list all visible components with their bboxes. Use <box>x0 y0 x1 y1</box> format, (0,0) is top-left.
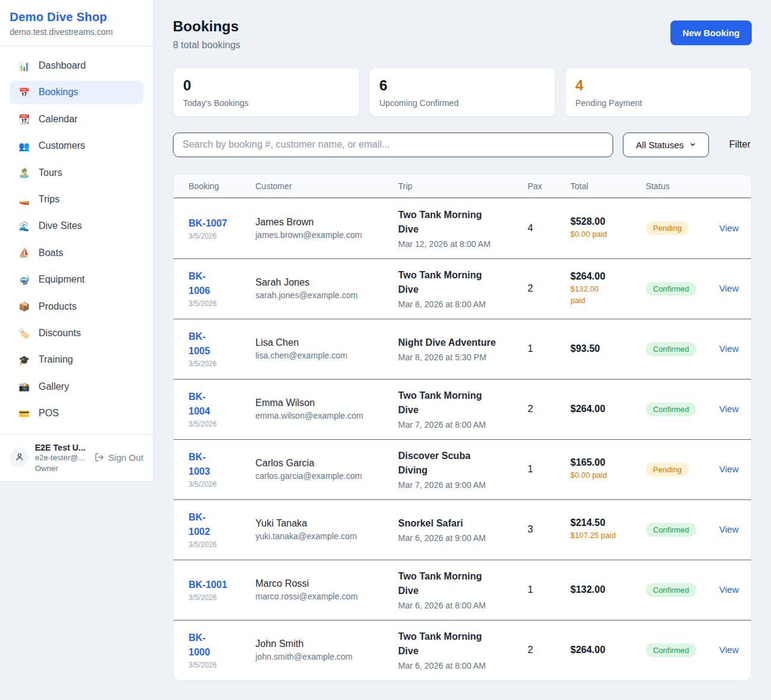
sign-out-button[interactable]: Sign Out <box>95 452 143 463</box>
search-input[interactable] <box>173 133 613 157</box>
status-cell: Pending <box>646 463 719 477</box>
user-info: E2E Test U... e2e-tester@... Owner <box>35 443 89 474</box>
actions-cell: View <box>719 464 751 475</box>
view-link[interactable]: View <box>719 645 738 655</box>
sidebar-item-label: Products <box>39 300 76 313</box>
view-link[interactable]: View <box>719 404 738 414</box>
filter-button[interactable]: Filter <box>728 139 752 150</box>
trip-name: Snorkel Safari <box>398 516 501 531</box>
amount-paid: $0.00 paid <box>570 229 646 240</box>
booking-id-link[interactable]: BK-1006 <box>189 269 210 298</box>
status-select[interactable]: All Statuses <box>623 133 709 157</box>
customer-email: lisa.chen@example.com <box>255 351 398 360</box>
new-booking-button[interactable]: New Booking <box>670 20 752 45</box>
customer-cell: James Brown james.brown@example.com <box>255 217 398 240</box>
sidebar-item-gallery[interactable]: 📸 Gallery <box>10 375 143 398</box>
trip-cell: Two Tank Morning Dive Mar 8, 2026 at 8:0… <box>398 268 528 309</box>
trip-cell: Discover Scuba Diving Mar 7, 2026 at 9:0… <box>398 449 528 490</box>
user-name: E2E Test U... <box>35 443 89 452</box>
shop-name: Demo Dive Shop <box>10 10 143 24</box>
speedboat-icon: 🚤 <box>18 193 30 206</box>
trip-cell: Two Tank Morning Dive Mar 6, 2026 at 8:0… <box>398 630 528 670</box>
sidebar-item-customers[interactable]: 👥 Customers <box>10 134 143 157</box>
booking-id-link[interactable]: BK-1005 <box>189 330 210 358</box>
total-amount: $528.00 <box>570 216 646 227</box>
column-header-total: Total <box>570 181 646 191</box>
view-link[interactable]: View <box>719 464 738 474</box>
sidebar-item-equipment[interactable]: 🤿 Equipment <box>10 268 143 291</box>
sidebar-item-discounts[interactable]: 🏷️ Discounts <box>10 322 143 345</box>
page-title: Bookings <box>173 18 240 35</box>
sidebar-item-label: Bookings <box>39 86 78 99</box>
sidebar-item-label: Calendar <box>39 113 78 126</box>
customer-email: yuki.tanaka@example.com <box>255 531 398 541</box>
customer-name: Carlos Garcia <box>255 458 398 469</box>
booking-id-link[interactable]: BK-1002 <box>189 510 210 539</box>
view-link[interactable]: View <box>719 223 738 233</box>
avatar <box>10 448 29 467</box>
actions-cell: View <box>719 524 751 535</box>
view-link[interactable]: View <box>719 584 738 595</box>
trip-time: Mar 7, 2026 at 8:00 AM <box>398 420 528 430</box>
sidebar-item-tours[interactable]: 🏝️ Tours <box>10 161 143 184</box>
booking-id-link[interactable]: BK-1001 <box>189 578 227 592</box>
booking-cell: BK-1003 3/5/2026 <box>189 450 255 489</box>
column-header-pax: Pax <box>528 181 570 191</box>
table-row: BK-1004 3/5/2026 Emma Wilson emma.wilson… <box>173 379 751 439</box>
column-header-status: Status <box>646 181 719 191</box>
sidebar-item-trips[interactable]: 🚤 Trips <box>10 188 143 211</box>
actions-cell: View <box>719 283 751 294</box>
total-amount: $165.00 <box>570 457 646 468</box>
view-link[interactable]: View <box>719 524 738 534</box>
booking-date: 3/5/2026 <box>189 593 255 602</box>
sidebar-item-label: POS <box>39 407 59 420</box>
sidebar: Demo Dive Shop demo.test.divestreams.com… <box>0 0 154 482</box>
stat-card-todays-bookings: 0 Today's Bookings <box>173 67 360 117</box>
table-row: BK-1000 3/5/2026 John Smith john.smith@e… <box>173 620 751 680</box>
sidebar-item-calendar[interactable]: 📆 Calendar <box>10 108 143 131</box>
sidebar-item-label: Dive Sites <box>39 219 82 233</box>
customer-cell: Emma Wilson emma.wilson@example.com <box>255 398 398 420</box>
booking-date: 3/5/2026 <box>189 232 255 240</box>
sidebar-item-products[interactable]: 📦 Products <box>10 295 143 318</box>
customer-email: james.brown@example.com <box>255 230 398 240</box>
pax-value: 1 <box>528 584 570 595</box>
stat-label: Today's Bookings <box>183 98 349 108</box>
calendar-icon: 📅 <box>18 86 30 99</box>
status-cell: Confirmed <box>646 402 719 416</box>
sidebar-item-pos[interactable]: 💳 POS <box>10 402 143 425</box>
page-subtitle: 8 total bookings <box>173 40 240 51</box>
status-cell: Confirmed <box>646 583 719 597</box>
trip-time: Mar 6, 2026 at 8:00 AM <box>398 601 528 610</box>
total-cell: $528.00 $0.00 paid <box>570 216 646 240</box>
bookings-table: Booking Customer Trip Pax Total Status B… <box>173 174 752 681</box>
total-cell: $264.00 <box>570 645 646 655</box>
sidebar-header: Demo Dive Shop demo.test.divestreams.com <box>0 0 153 46</box>
booking-date: 3/5/2026 <box>189 299 255 308</box>
booking-id-link[interactable]: BK-1004 <box>189 390 210 419</box>
trip-time: Mar 8, 2026 at 8:00 AM <box>398 299 528 309</box>
view-link[interactable]: View <box>719 343 738 354</box>
sidebar-item-training[interactable]: 🎓 Training <box>10 348 143 371</box>
sidebar-item-boats[interactable]: ⛵ Boats <box>10 242 143 264</box>
sidebar-item-dive-sites[interactable]: 🌊 Dive Sites <box>10 214 143 237</box>
total-cell: $264.00 $132.00paid <box>570 271 646 307</box>
status-cell: Confirmed <box>646 342 719 356</box>
actions-cell: View <box>719 223 751 234</box>
customer-name: John Smith <box>255 639 398 649</box>
stat-card-upcoming-confirmed: 6 Upcoming Confirmed <box>369 67 556 117</box>
table-header-row: Booking Customer Trip Pax Total Status <box>173 175 751 198</box>
actions-cell: View <box>719 584 751 595</box>
actions-cell: View <box>719 343 751 354</box>
booking-id-link[interactable]: BK-1000 <box>189 631 210 660</box>
booking-date: 3/5/2026 <box>189 480 255 489</box>
sign-out-icon <box>95 452 104 462</box>
view-link[interactable]: View <box>719 283 738 293</box>
booking-id-link[interactable]: BK-1007 <box>189 216 227 231</box>
sidebar-item-bookings[interactable]: 📅 Bookings <box>10 81 143 104</box>
status-badge: Confirmed <box>646 643 696 657</box>
sign-out-label: Sign Out <box>108 452 143 463</box>
booking-id-link[interactable]: BK-1003 <box>189 450 210 479</box>
stat-value: 6 <box>379 77 546 95</box>
sidebar-item-dashboard[interactable]: 📊 Dashboard <box>10 54 143 77</box>
